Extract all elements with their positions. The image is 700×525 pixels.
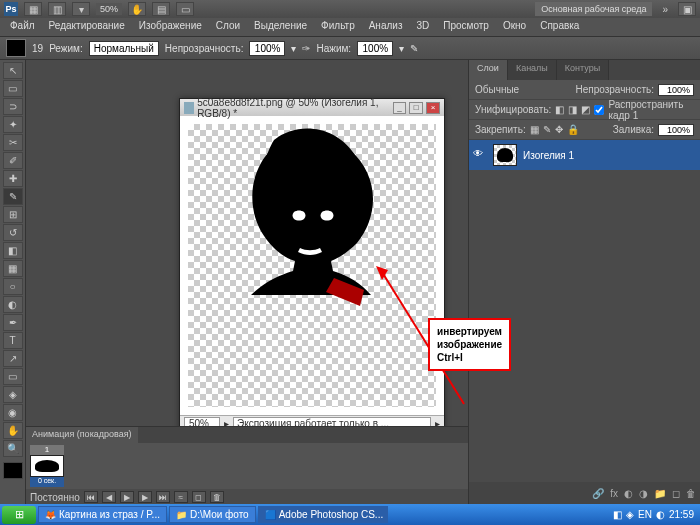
menu-window[interactable]: Окно	[497, 18, 532, 36]
gradient-tool-icon[interactable]: ▦	[3, 260, 23, 277]
play-icon[interactable]: ▶	[120, 491, 134, 503]
3d-camera-icon[interactable]: ◉	[3, 404, 23, 421]
menu-layers[interactable]: Слои	[210, 18, 246, 36]
airbrush-icon[interactable]: ✑	[302, 43, 310, 54]
taskbar-item-active[interactable]: 🟦 Adobe Photoshop CS...	[258, 506, 388, 523]
duplicate-frame-icon[interactable]: ◻	[192, 491, 206, 503]
start-button[interactable]: ⊞	[2, 506, 36, 524]
taskbar-item[interactable]: 📁 D:\Мои фото	[169, 506, 256, 523]
propagate-checkbox[interactable]	[594, 105, 604, 115]
adjustment-layer-icon[interactable]: ◑	[639, 488, 648, 499]
lock-all-icon[interactable]: 🔒	[567, 124, 579, 135]
hand-tool-icon[interactable]: ✋	[128, 2, 146, 16]
animation-frame[interactable]: 1 0 сек.	[30, 445, 64, 487]
tab-layers[interactable]: Слои	[469, 60, 508, 80]
system-tray[interactable]: ◧ ◈ EN ◐ 21:59	[613, 509, 698, 520]
workspace-switcher[interactable]: Основная рабочая среда	[535, 2, 652, 16]
maximize-button[interactable]: □	[409, 102, 423, 114]
clock[interactable]: 21:59	[669, 509, 694, 520]
tray-icon[interactable]: ◐	[656, 509, 665, 520]
blur-tool-icon[interactable]: ○	[3, 278, 23, 295]
chevron-right-icon[interactable]: »	[658, 4, 672, 15]
document-window[interactable]: 5c0a8e8d8f21t.png @ 50% (Изогелия 1, RGB…	[179, 98, 445, 432]
screen-mode-icon[interactable]: ▭	[176, 2, 194, 16]
menu-edit[interactable]: Редактирование	[43, 18, 131, 36]
lasso-tool-icon[interactable]: ⊃	[3, 98, 23, 115]
path-tool-icon[interactable]: ↗	[3, 350, 23, 367]
tablet-pressure-icon[interactable]: ✎	[410, 43, 418, 54]
flow-input[interactable]: 100%	[357, 41, 393, 56]
layer-group-icon[interactable]: 📁	[654, 488, 666, 499]
eyedropper-tool-icon[interactable]: ✐	[3, 152, 23, 169]
lock-transparency-icon[interactable]: ▦	[530, 124, 539, 135]
frame-duration[interactable]: 0 сек.	[30, 477, 64, 487]
blend-mode-select[interactable]: Нормальный	[89, 41, 159, 56]
bridge-icon[interactable]: ▦	[24, 2, 42, 16]
layer-row[interactable]: 👁 Изогелия 1	[469, 140, 700, 170]
history-brush-icon[interactable]: ↺	[3, 224, 23, 241]
shape-tool-icon[interactable]: ▭	[3, 368, 23, 385]
minimize-button[interactable]: _	[393, 102, 407, 114]
delete-frame-icon[interactable]: 🗑	[210, 491, 224, 503]
new-layer-icon[interactable]: ◻	[672, 488, 680, 499]
layer-thumbnail[interactable]	[493, 144, 517, 166]
menu-file[interactable]: Файл	[4, 18, 41, 36]
opacity-input[interactable]: 100%	[249, 41, 285, 56]
delete-layer-icon[interactable]: 🗑	[686, 488, 696, 499]
zoom-level[interactable]: 50%	[96, 3, 122, 15]
brush-tool-icon[interactable]: ✎	[3, 188, 23, 205]
prev-frame-icon[interactable]: ◀	[102, 491, 116, 503]
view-extras-icon[interactable]: ▾	[72, 2, 90, 16]
layer-style-icon[interactable]: fx	[610, 488, 618, 499]
brush-size[interactable]: 19	[32, 43, 43, 54]
eraser-tool-icon[interactable]: ◧	[3, 242, 23, 259]
link-layers-icon[interactable]: 🔗	[592, 488, 604, 499]
unify-style-icon[interactable]: ◩	[581, 104, 590, 115]
crop-tool-icon[interactable]: ✂	[3, 134, 23, 151]
lock-position-icon[interactable]: ✥	[555, 124, 563, 135]
healing-tool-icon[interactable]: ✚	[3, 170, 23, 187]
last-frame-icon[interactable]: ⏭	[156, 491, 170, 503]
pen-tool-icon[interactable]: ✒	[3, 314, 23, 331]
wand-tool-icon[interactable]: ✦	[3, 116, 23, 133]
marquee-tool-icon[interactable]: ▭	[3, 80, 23, 97]
loop-select[interactable]: Постоянно	[30, 492, 80, 503]
taskbar-item[interactable]: 🦊 Картина из страз / P...	[38, 506, 167, 523]
tab-paths[interactable]: Контуры	[557, 60, 609, 80]
close-button[interactable]: ×	[426, 102, 440, 114]
layer-name[interactable]: Изогелия 1	[523, 150, 574, 161]
lock-pixels-icon[interactable]: ✎	[543, 124, 551, 135]
arrange-icon[interactable]: ▤	[152, 2, 170, 16]
unify-position-icon[interactable]: ◧	[555, 104, 564, 115]
3d-tool-icon[interactable]: ◈	[3, 386, 23, 403]
tween-icon[interactable]: ≈	[174, 491, 188, 503]
zoom-tool-icon[interactable]: 🔍	[3, 440, 23, 457]
frame-thumbnail[interactable]	[30, 455, 64, 477]
type-tool-icon[interactable]: T	[3, 332, 23, 349]
unify-visibility-icon[interactable]: ◨	[568, 104, 577, 115]
menu-view[interactable]: Просмотр	[437, 18, 495, 36]
blend-mode-dropdown[interactable]: Обычные	[475, 84, 571, 95]
move-tool-icon[interactable]: ↖	[3, 62, 23, 79]
stamp-tool-icon[interactable]: ⊞	[3, 206, 23, 223]
mini-bridge-icon[interactable]: ▥	[48, 2, 66, 16]
animation-panel-title[interactable]: Анимация (покадровая)	[26, 427, 138, 443]
foreground-color-swatch[interactable]	[3, 462, 23, 479]
document-canvas[interactable]	[180, 116, 444, 415]
brush-preset-icon[interactable]	[6, 39, 26, 57]
menu-select[interactable]: Выделение	[248, 18, 313, 36]
tray-icon[interactable]: ◧	[613, 509, 622, 520]
layer-mask-icon[interactable]: ◐	[624, 488, 633, 499]
menu-filter[interactable]: Фильтр	[315, 18, 361, 36]
document-titlebar[interactable]: 5c0a8e8d8f21t.png @ 50% (Изогелия 1, RGB…	[180, 99, 444, 116]
tab-channels[interactable]: Каналы	[508, 60, 557, 80]
cs-live-icon[interactable]: ▣	[678, 2, 696, 16]
visibility-icon[interactable]: 👁	[473, 148, 487, 162]
tray-icon[interactable]: ◈	[626, 509, 634, 520]
menu-help[interactable]: Справка	[534, 18, 585, 36]
first-frame-icon[interactable]: ⏮	[84, 491, 98, 503]
layer-opacity-input[interactable]: 100%	[658, 84, 694, 96]
hand-tool-icon[interactable]: ✋	[3, 422, 23, 439]
fill-input[interactable]: 100%	[658, 124, 694, 136]
menu-image[interactable]: Изображение	[133, 18, 208, 36]
